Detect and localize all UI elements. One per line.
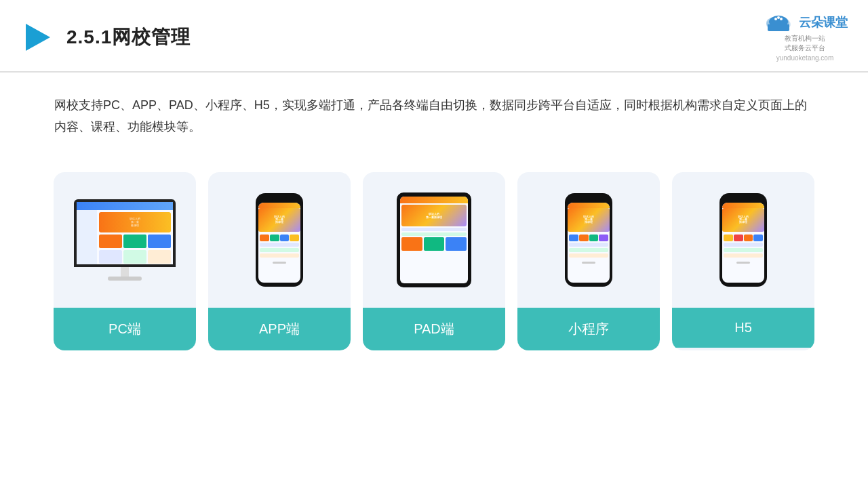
header: 2.5.1网校管理 云朵课堂 教育机构一站 式服务云平台 [0, 0, 868, 73]
screen-topbar [77, 202, 173, 210]
brand-slogan: 教育机构一站 式服务云平台 [785, 34, 825, 53]
screen-hero-text: 职达人的第一量推课理 [130, 217, 140, 227]
tablet-card-list [401, 237, 467, 251]
screen-main: 职达人的第一量推课理 [97, 210, 173, 264]
phone-home-mini [582, 262, 595, 264]
phone-bar-mini [568, 203, 610, 208]
platform-cards: 职达人的第一量推课理 [0, 152, 868, 371]
description-section: 网校支持PC、APP、PAD、小程序、H5，实现多端打通，产品各终端自由切换，数… [0, 73, 868, 152]
phone-grid-3 [280, 235, 290, 241]
tablet-row-1 [401, 228, 467, 231]
card-pad-label: PAD端 [363, 308, 505, 350]
phone-grid-h5 [724, 235, 763, 241]
phone-h5-row-1 [724, 243, 763, 247]
page-title: 2.5.1网校管理 [66, 24, 191, 50]
svg-point-8 [777, 16, 780, 19]
screen-card-1 [99, 235, 122, 248]
card-mini-image: 职达人的第一量推课理 [517, 172, 660, 308]
phone-content-h5 [722, 233, 764, 260]
card-app-image: 职达人的第一量推课理 [208, 172, 351, 308]
card-h5: 职达人的第一量推课理 [672, 172, 814, 350]
screen-content: 职达人的第一量推课理 [77, 202, 173, 264]
brand-slogan-text: 教育机构一站 式服务云平台 [785, 34, 825, 53]
screen-card-4 [99, 250, 122, 264]
phone-h5-row-3 [724, 253, 763, 258]
phone-grid-2 [270, 235, 279, 241]
monitor-frame: 职达人的第一量推课理 [74, 199, 176, 267]
brand-url: yunduoketang.com [776, 54, 834, 62]
header-left: 2.5.1网校管理 [20, 20, 191, 55]
phone-device-mini: 职达人的第一量推课理 [565, 193, 612, 287]
description-text: 网校支持PC、APP、PAD、小程序、H5，实现多端打通，产品各终端自由切换，数… [54, 94, 814, 138]
tablet-device: 职达人的第一量推课理 [397, 192, 471, 287]
tablet-bar [400, 197, 468, 203]
tablet-card-1 [401, 237, 422, 251]
phone-notch-app [272, 197, 287, 201]
phone-img-mini: 职达人的第一量推课理 [568, 208, 610, 232]
phone-row-1 [260, 243, 299, 247]
brand-name: 云朵课堂 [799, 14, 848, 30]
screen-hero: 职达人的第一量推课理 [99, 212, 171, 232]
phone-h5-row-2 [724, 248, 763, 252]
phone-home-app [273, 262, 286, 264]
phone-home-h5 [736, 262, 750, 264]
phone-row-2 [260, 248, 299, 252]
screen-card-6 [148, 250, 171, 264]
card-mini-program: 职达人的第一量推课理 [517, 172, 660, 350]
card-pad-image: 职达人的第一量推课理 [363, 172, 505, 308]
tablet-card-3 [446, 237, 467, 251]
phone-grid-h5-3 [744, 235, 753, 241]
svg-point-9 [780, 18, 783, 20]
phone-img-text-app: 职达人的第一量推课理 [273, 216, 286, 224]
screen-card-2 [123, 235, 146, 248]
phone-grid-4 [290, 235, 299, 241]
card-h5-label: H5 [672, 308, 814, 348]
monitor-device: 职达人的第一量推课理 [74, 199, 176, 281]
phone-grid-mini-3 [589, 235, 599, 241]
phone-grid-mini-2 [579, 235, 589, 241]
cloud-icon [762, 12, 795, 33]
tablet-content: 职达人的第一量推课理 [400, 203, 468, 252]
tablet-hero-text: 职达人的第一量推课理 [426, 212, 442, 219]
phone-grid-app [260, 235, 299, 241]
phone-device-h5: 职达人的第一量推课理 [719, 193, 767, 287]
phone-grid-1 [260, 235, 269, 241]
monitor-base [108, 277, 142, 281]
brand-section: 云朵课堂 教育机构一站 式服务云平台 yunduoketang.com [762, 12, 848, 62]
tablet-card-2 [424, 237, 445, 251]
card-pc-image: 职达人的第一量推课理 [54, 172, 196, 308]
phone-screen-app: 职达人的第一量推课理 [258, 203, 300, 283]
phone-grid-mini-1 [569, 235, 578, 241]
phone-img-text-mini: 职达人的第一量推课理 [582, 216, 595, 224]
screen-card-5 [123, 250, 146, 264]
monitor-neck [121, 267, 129, 277]
tablet-hero: 职达人的第一量推课理 [401, 205, 467, 226]
phone-grid-h5-1 [724, 235, 733, 241]
phone-content-app [258, 233, 300, 260]
phone-screen-h5: 职达人的第一量推课理 [722, 203, 764, 283]
card-h5-image: 职达人的第一量推课理 [672, 172, 814, 308]
phone-device-app: 职达人的第一量推课理 [256, 193, 303, 287]
phone-grid-mini-4 [599, 235, 608, 241]
phone-img-h5: 职达人的第一量推课理 [722, 208, 764, 232]
card-pad: 职达人的第一量推课理 PAD端 [363, 172, 505, 350]
phone-row-3 [260, 253, 299, 258]
screen-cards [99, 235, 171, 248]
svg-marker-0 [26, 24, 50, 51]
card-pc: 职达人的第一量推课理 [54, 172, 196, 350]
phone-grid-mini [569, 235, 608, 241]
phone-grid-h5-4 [753, 235, 763, 241]
card-mini-label: 小程序 [517, 308, 660, 350]
svg-rect-6 [768, 28, 789, 31]
phone-bar-h5 [722, 203, 764, 208]
phone-content-mini [568, 233, 610, 260]
phone-mini-row-2 [569, 248, 608, 252]
phone-grid-h5-2 [734, 235, 743, 241]
card-app: 职达人的第一量推课理 [208, 172, 351, 350]
svg-point-7 [774, 18, 777, 20]
phone-notch-mini [581, 197, 596, 201]
phone-notch-h5 [736, 197, 751, 201]
screen-sidebar [77, 210, 97, 264]
phone-screen-mini: 职达人的第一量推课理 [568, 203, 610, 283]
phone-img-text-h5: 职达人的第一量推课理 [736, 216, 750, 224]
